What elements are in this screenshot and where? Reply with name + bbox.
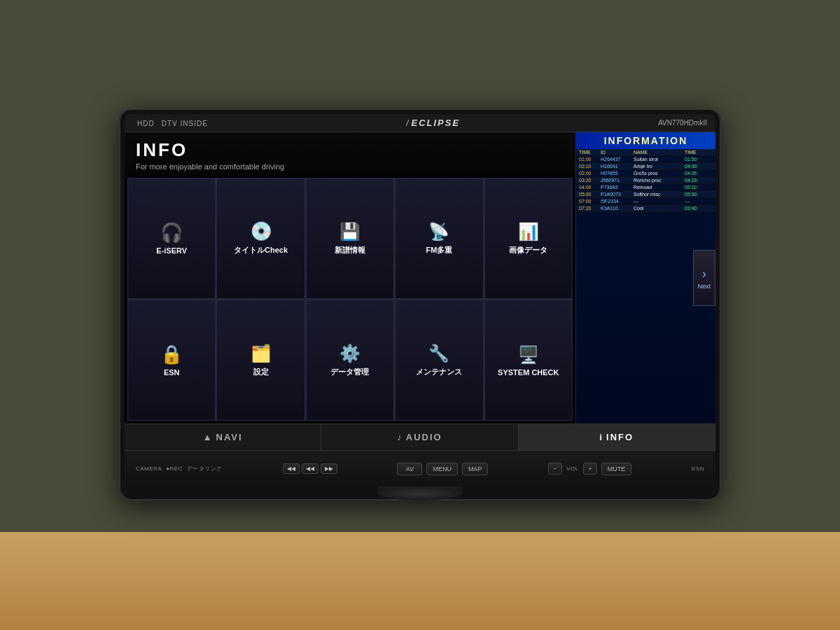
esn-ctrl-label: ESN: [692, 465, 704, 472]
cell-name: Sultan sirot: [634, 157, 682, 162]
esn-icon: [160, 344, 183, 364]
info-subtitle: For more enjoyable and comfortable drivi…: [136, 162, 564, 171]
table-header-row: TIME ID NAME TIME: [576, 149, 715, 156]
info-icon: i: [599, 432, 603, 442]
cell-time: 05:00: [579, 192, 598, 197]
screen-topbar: HDD DTV INSIDE ECLIPSE AVN770HDmkII: [125, 114, 715, 132]
data-mgmt-icon: [340, 343, 360, 363]
table-row: 02:00 H57855 Gro5s pros 04:35: [576, 170, 715, 177]
cell-id: P1A0073: [601, 192, 631, 197]
cell-name: Roricho proc: [634, 178, 682, 183]
vol-label: VOL: [566, 465, 579, 472]
menu-item-e-iserv[interactable]: E-iSERV: [127, 178, 216, 299]
controls-bar: CAMERA ●REC データリンク ◀◀ ◀◀ ▶▶ AV MENU MAP …: [125, 450, 715, 486]
device-labels: HDD DTV INSIDE: [133, 119, 208, 127]
fm-icon: [428, 221, 449, 241]
cell-name: Artge tro: [634, 164, 682, 169]
cell-val: 04:20: [685, 178, 701, 183]
info-header: INFO For more enjoyable and comfortable …: [125, 132, 575, 175]
device-stand: [378, 486, 462, 500]
menu-item-maintenance[interactable]: メンテナンス: [395, 300, 483, 421]
cell-val: 05:30: [685, 192, 701, 197]
menu-item-data-mgmt[interactable]: データ管理: [306, 300, 394, 421]
media-controls: ◀◀ ◀◀ ▶▶: [283, 463, 337, 474]
vol-minus-button[interactable]: －: [548, 463, 562, 475]
cell-id: H57855: [601, 171, 631, 176]
tab-info[interactable]: i INFO: [519, 424, 715, 450]
cell-time: 07:20: [579, 206, 598, 211]
cell-id: I5F2334: [601, 199, 631, 204]
info-title: INFO: [136, 139, 564, 161]
cell-time: 02:10: [579, 164, 598, 169]
rec-label: ●REC: [166, 465, 183, 472]
esn-label: ESN: [164, 368, 180, 377]
menu-item-title-check[interactable]: タイトルCheck: [216, 178, 304, 299]
cell-time: 02:00: [579, 171, 598, 176]
cell-val: 04:30: [685, 164, 701, 169]
system-check-label: SYSTEM CHECK: [498, 368, 559, 377]
right-panel-header: INFORMATION: [576, 132, 715, 149]
menu-item-image-data[interactable]: 画像データ: [484, 178, 573, 299]
tab-audio[interactable]: ♪ AUDIO: [321, 424, 518, 450]
table-row: 02:10 H16041 Artge tro 04:30: [576, 163, 715, 170]
menu-button[interactable]: MENU: [426, 463, 458, 475]
cell-name: Reinoad: [634, 185, 682, 190]
cell-name: ---: [634, 199, 682, 204]
title-check-label: タイトルCheck: [234, 245, 288, 255]
cell-time: 07:00: [579, 199, 598, 204]
nav-tabs: ▲ NAVI ♪ AUDIO i INFO: [125, 424, 715, 450]
cell-time: 04:00: [579, 185, 598, 190]
car-navigation-unit: HDD DTV INSIDE ECLIPSE AVN770HDmkII INFO…: [119, 108, 721, 500]
model-number: AVN770HDmkII: [658, 119, 707, 127]
cell-name: Gro5s pros: [634, 171, 682, 176]
brand-logo: ECLIPSE: [406, 118, 460, 128]
data-mgmt-label: データ管理: [330, 367, 369, 377]
hdd-label: HDD: [137, 120, 155, 127]
col-val: TIME: [685, 150, 701, 155]
rew-btn[interactable]: ◀◀: [302, 463, 318, 474]
navi-icon: ▲: [203, 432, 214, 442]
left-controls: CAMERA ●REC データリンク: [136, 465, 223, 472]
cell-id: J560971: [601, 178, 631, 183]
new-album-label: 新譜情報: [335, 245, 365, 255]
main-content: INFO For more enjoyable and comfortable …: [125, 132, 715, 424]
table-row: 04:00 P736A5 Reinoad 05:10: [576, 184, 715, 191]
title-check-icon: [250, 221, 272, 241]
menu-item-esn[interactable]: ESN: [127, 300, 216, 421]
next-button[interactable]: › Next: [693, 250, 715, 306]
audio-icon: ♪: [397, 432, 403, 442]
cell-name: Cool: [634, 206, 682, 211]
prev-btn[interactable]: ◀◀: [283, 463, 300, 474]
menu-item-fm-multi[interactable]: FM多重: [395, 178, 483, 299]
maintenance-icon: [428, 343, 449, 363]
dtv-label: DTV INSIDE: [162, 120, 208, 127]
cell-val: 04:35: [685, 171, 701, 176]
map-button[interactable]: MAP: [462, 463, 489, 475]
cell-time: 01:00: [579, 157, 598, 162]
table-row: 07:00 I5F2334 --- ---: [576, 198, 715, 205]
cell-id: K3A110: [601, 206, 631, 211]
tab-navi[interactable]: ▲ NAVI: [125, 424, 321, 450]
settings-label: 設定: [253, 367, 269, 377]
menu-item-system-check[interactable]: SYSTEM CHECK: [484, 300, 573, 421]
camera-label: CAMERA: [136, 465, 162, 472]
cell-id: H16041: [601, 164, 631, 169]
fm-label: FM多重: [426, 245, 452, 255]
cell-name: Solthor misc: [634, 192, 682, 197]
menu-item-settings[interactable]: 設定: [216, 300, 304, 421]
e-iserv-icon: [160, 223, 183, 242]
mute-button[interactable]: MUTE: [601, 463, 632, 475]
cell-val: ---: [685, 199, 701, 204]
fwd-btn[interactable]: ▶▶: [321, 463, 337, 474]
menu-grid: E-iSERV タイトルCheck 新譜情報 FM多重: [127, 178, 573, 421]
menu-item-new-album[interactable]: 新譜情報: [306, 178, 394, 299]
vol-plus-button[interactable]: ＋: [583, 463, 597, 475]
volume-controls: － VOL ＋ MUTE: [548, 463, 631, 475]
maintenance-label: メンテナンス: [416, 367, 462, 377]
col-time: TIME: [579, 150, 598, 155]
av-button[interactable]: AV: [397, 463, 422, 475]
settings-icon: [251, 343, 272, 363]
system-check-icon: [518, 344, 539, 364]
table-row: 07:20 K3A110 Cool 03:40: [576, 205, 715, 212]
cell-val: 05:10: [685, 185, 701, 190]
